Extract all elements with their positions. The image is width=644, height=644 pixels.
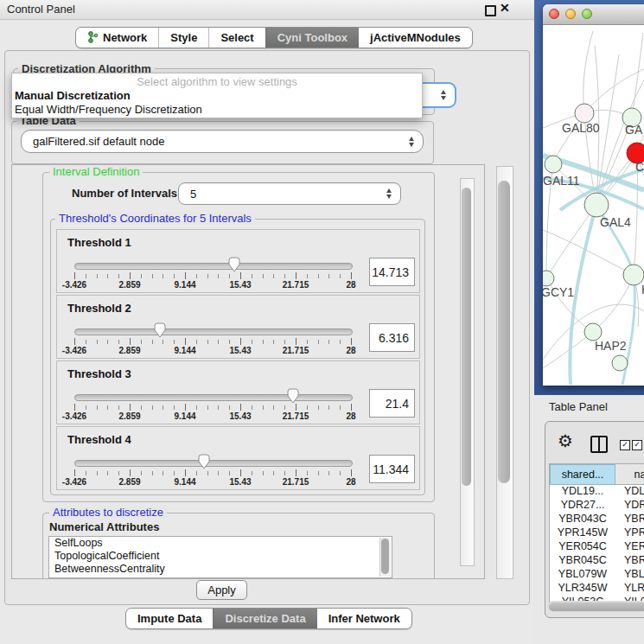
slider-ticks	[74, 272, 352, 280]
network-edge[interactable]	[584, 69, 644, 113]
table-row[interactable]: YDL19...YDL1	[550, 485, 644, 499]
cell-shared-name: YDR27...	[550, 499, 615, 513]
tab-infer-network[interactable]: Infer Network	[317, 609, 411, 628]
axis-tick-label: 2.859	[118, 411, 140, 421]
slider-thumb[interactable]	[198, 454, 210, 469]
cell-shared-name: YBL079W	[550, 568, 615, 582]
tab-label: Discretize Data	[225, 609, 305, 628]
control-panel-tabbar: NetworkStyleSelectCyni ToolboxjActiveMNo…	[75, 27, 473, 48]
menu-item-equal-width-frequency[interactable]: Equal Width/Frequency Discretization	[15, 103, 202, 116]
close-window-icon[interactable]	[549, 9, 559, 19]
axis-tick-label: 15.43	[229, 477, 251, 487]
split-view-icon[interactable]	[590, 436, 608, 453]
slider-thumb[interactable]	[154, 322, 166, 338]
gear-icon[interactable]: ⚙	[558, 432, 573, 450]
combo-stepper-icon	[441, 90, 446, 100]
number-of-intervals-combobox[interactable]: 5	[178, 182, 401, 205]
combo-stepper-icon	[386, 188, 392, 199]
threshold-label: Threshold 4	[67, 433, 131, 446]
minimize-window-icon[interactable]	[565, 9, 576, 19]
axis-tick-label: 9.144	[174, 346, 195, 355]
network-node-gal80[interactable]	[575, 104, 594, 123]
threshold-value-field[interactable]: 14.713	[369, 258, 415, 286]
attribute-list-item[interactable]: TopologicalCoefficient	[49, 550, 392, 563]
axis-tick-label: 21.715	[283, 346, 309, 355]
tab-select[interactable]: Select	[208, 28, 265, 48]
axis-tick-label: -3.426	[62, 280, 86, 290]
tab-impute-data[interactable]: Impute Data	[126, 609, 213, 628]
checkbox-icon[interactable]: ✓	[632, 440, 642, 450]
network-node-hap2[interactable]	[584, 323, 602, 341]
network-node-label: C	[635, 160, 644, 174]
threshold-value-field[interactable]: 11.344	[369, 455, 415, 483]
column-header-name[interactable]: na	[615, 464, 644, 485]
table-data-combobox[interactable]: galFiltered.sif default node	[21, 130, 424, 153]
network-window-titlebar[interactable]	[543, 4, 644, 25]
axis-tick-label: 15.43	[229, 411, 251, 421]
network-edge[interactable]	[583, 31, 593, 113]
table-horizontal-scrollbar[interactable]	[547, 601, 644, 612]
network-node-label: GCY1	[543, 285, 574, 299]
network-edge[interactable]	[543, 332, 593, 368]
apply-button[interactable]: Apply	[196, 580, 247, 600]
combo-stepper-icon	[409, 137, 414, 147]
table-row[interactable]: YBR045CYBR0	[550, 554, 644, 568]
network-node[interactable]	[612, 355, 628, 371]
slider-thumb[interactable]	[287, 388, 299, 404]
slider-track[interactable]	[74, 263, 353, 270]
float-window-icon[interactable]	[485, 5, 496, 16]
checkbox-icon[interactable]: ✓	[620, 440, 630, 450]
interval-definition-label: Interval Definition	[49, 166, 143, 177]
numerical-attributes-list[interactable]: SelfLoopsTopologicalCoefficientBetweenne…	[48, 536, 392, 578]
slider-thumb[interactable]	[228, 257, 240, 272]
table-row[interactable]: YBL079WYBL0	[550, 568, 644, 582]
network-graph[interactable]: GAL80GACGAL11GAL4GCY1HHAP2	[543, 24, 644, 386]
menu-item-manual-discretization[interactable]: Manual Discretization	[15, 89, 131, 102]
panel-scrollbar[interactable]	[496, 166, 513, 579]
slider-track[interactable]	[74, 328, 353, 335]
slider-track[interactable]	[74, 460, 353, 467]
threshold-value-field[interactable]: 21.4	[369, 389, 415, 418]
network-view-window[interactable]: GAL80GACGAL11GAL4GCY1HHAP2	[543, 4, 644, 386]
screen: Control Panel ✕ NetworkStyleSelectCyni T…	[0, 0, 644, 644]
tab-label: Network	[103, 28, 147, 48]
cell-shared-name: YLR345W	[550, 582, 615, 596]
column-header-shared-name[interactable]: shared...	[550, 464, 615, 485]
table-row[interactable]: YDR27...YDR2	[550, 499, 644, 513]
threshold-value-field[interactable]: 6.316	[369, 323, 415, 352]
threshold-label: Threshold 2	[67, 302, 131, 315]
cell-name: YBR0	[615, 554, 644, 568]
numerical-attributes-label: Numerical Attributes	[49, 520, 159, 533]
cell-name: YBR0	[615, 513, 644, 526]
table-row[interactable]: YPR145WYPR1	[550, 526, 644, 540]
inner-scrollbar[interactable]	[460, 178, 475, 566]
slider-track[interactable]	[74, 394, 353, 401]
network-node-gal4[interactable]	[584, 193, 609, 217]
tab-style[interactable]: Style	[158, 28, 208, 48]
tab-network[interactable]: Network	[76, 28, 158, 48]
attribute-list-item[interactable]: SelfLoops	[49, 537, 392, 550]
network-node-gal11[interactable]	[545, 156, 562, 173]
attributes-list-scrollbar[interactable]	[379, 538, 391, 577]
close-icon[interactable]: ✕	[500, 1, 510, 15]
network-edge[interactable]	[546, 205, 596, 278]
tab-jactivemnodules[interactable]: jActiveMNodules	[359, 28, 472, 48]
network-node-gcy1[interactable]	[543, 271, 554, 286]
table-row[interactable]: YLR345WYLR3	[550, 582, 644, 596]
attributes-group-label: Attributes to discretize	[49, 507, 167, 518]
network-edge[interactable]	[632, 33, 643, 118]
cell-name: YDL1	[615, 485, 644, 499]
axis-tick-label: 28	[346, 280, 355, 290]
table-row[interactable]: YBR043CYBR0	[550, 513, 644, 526]
table-header-row: shared... na	[550, 464, 644, 485]
algorithm-placeholder-option[interactable]: Select algorithm to view settings	[12, 75, 422, 88]
tab-label: Select	[220, 28, 253, 48]
cell-shared-name: YER054C	[550, 540, 615, 554]
zoom-window-icon[interactable]	[582, 9, 592, 19]
axis-tick-label: 9.144	[174, 477, 195, 487]
cell-name: YDR2	[615, 499, 644, 513]
attribute-list-item[interactable]: BetweennessCentrality	[49, 563, 392, 576]
table-row[interactable]: YER054CYER0	[550, 540, 644, 554]
tab-cyni-toolbox[interactable]: Cyni Toolbox	[265, 28, 359, 48]
tab-discretize-data[interactable]: Discretize Data	[213, 609, 316, 628]
